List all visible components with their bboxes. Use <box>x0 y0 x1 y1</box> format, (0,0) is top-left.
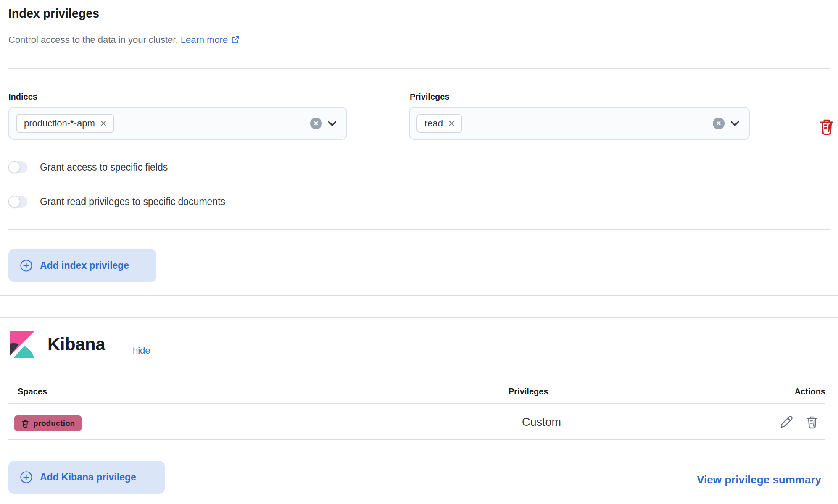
add-index-privilege-button[interactable]: Add index privilege <box>8 249 156 282</box>
view-privilege-summary-link[interactable]: View privilege summary <box>697 473 821 486</box>
panel-top-divider <box>0 317 838 318</box>
page-title: Index privileges <box>8 7 99 21</box>
table-row-border <box>8 439 825 440</box>
privileges-combobox[interactable]: read ✕ ✕ <box>409 107 750 140</box>
toggle-label: Grant access to specific fields <box>40 162 168 173</box>
pill-label: read <box>424 118 443 129</box>
indices-selected-pill: production-*-apm ✕ <box>16 114 114 133</box>
toggle-thumb <box>8 196 20 207</box>
toggle-label: Grant read privileges to specific docume… <box>40 196 225 207</box>
plus-circle-icon <box>20 471 33 484</box>
toggle-row-documents: Grant read privileges to specific docume… <box>8 196 225 208</box>
space-badge: production <box>14 415 82 431</box>
button-label: Add index privilege <box>40 260 129 271</box>
role-privileges-page: Index privileges Control access to the d… <box>0 0 838 504</box>
delete-space-trash-icon[interactable] <box>805 415 819 429</box>
button-label: Add Kibana privilege <box>40 472 136 483</box>
grant-documents-toggle[interactable] <box>8 196 27 208</box>
pill-label: production-*-apm <box>24 118 95 129</box>
pencil-icon[interactable] <box>780 415 793 429</box>
remove-pill-icon[interactable]: ✕ <box>448 119 455 127</box>
privileges-selected-pill: read ✕ <box>416 114 462 133</box>
clear-icon[interactable]: ✕ <box>713 118 725 129</box>
divider <box>8 68 830 69</box>
delete-index-privilege-trash-icon[interactable] <box>818 118 835 135</box>
table-header-border <box>8 403 825 404</box>
column-header-spaces: Spaces <box>18 387 47 396</box>
section-divider <box>0 295 838 296</box>
space-trash-icon <box>21 419 29 428</box>
divider <box>8 229 830 230</box>
privileges-label: Privileges <box>410 92 450 102</box>
clear-icon[interactable]: ✕ <box>310 118 322 129</box>
remove-pill-icon[interactable]: ✕ <box>100 119 107 127</box>
external-link-icon <box>232 36 240 44</box>
toggle-row-fields: Grant access to specific fields <box>8 161 168 173</box>
kibana-logo <box>10 331 34 358</box>
column-header-actions: Actions <box>795 387 825 396</box>
indices-combobox[interactable]: production-*-apm ✕ ✕ <box>8 107 347 140</box>
page-description: Control access to the data in your clust… <box>8 34 240 45</box>
space-name: production <box>33 419 75 428</box>
learn-more-link[interactable]: Learn more <box>181 34 228 45</box>
privilege-cell: Custom <box>522 416 561 429</box>
description-text: Control access to the data in your clust… <box>8 34 178 45</box>
hide-link[interactable]: hide <box>133 345 150 356</box>
chevron-down-icon[interactable] <box>729 118 740 129</box>
toggle-thumb <box>8 161 20 173</box>
plus-circle-icon <box>20 259 33 272</box>
indices-label: Indices <box>8 92 37 102</box>
grant-fields-toggle[interactable] <box>8 161 27 173</box>
kibana-heading: Kibana <box>47 334 105 354</box>
add-kibana-privilege-button[interactable]: Add Kibana privilege <box>8 461 165 494</box>
column-header-privileges: Privileges <box>509 387 548 396</box>
chevron-down-icon[interactable] <box>327 118 338 129</box>
